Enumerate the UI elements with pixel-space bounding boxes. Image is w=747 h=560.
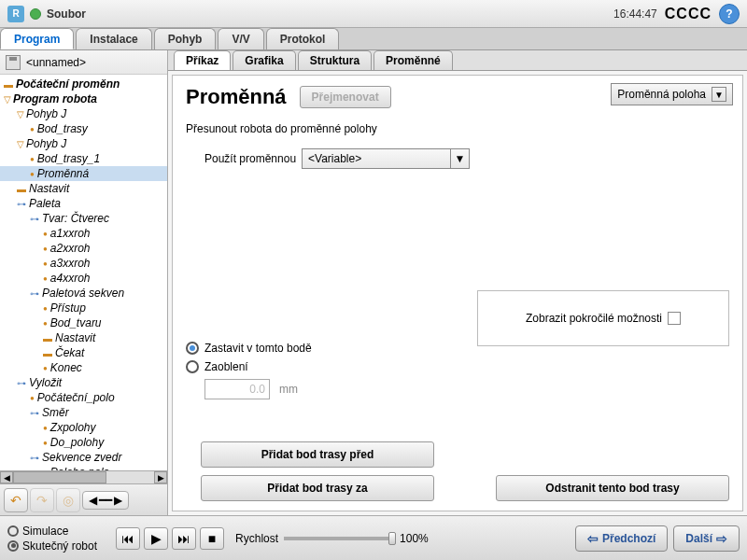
simulation-label: Simulace [22, 525, 68, 538]
tree-node[interactable]: ●a3xxroh [0, 256, 167, 271]
add-before-button[interactable]: Přidat bod trasy před [201, 441, 434, 468]
dot-icon: ● [30, 125, 35, 133]
radio-stop[interactable] [186, 342, 199, 355]
tab-program[interactable]: Program [0, 28, 74, 49]
tree-node[interactable]: ●Bod_trasy_1 [0, 151, 167, 166]
subtab-struktura[interactable]: Struktura [298, 50, 372, 70]
dash-icon: ▬ [43, 333, 52, 343]
tree-node[interactable]: ●Do_polohy [0, 435, 167, 450]
next-button[interactable]: Další ⇨ [673, 525, 740, 552]
rewind-button[interactable]: ⏮ [116, 527, 140, 550]
chevron-down-icon[interactable]: ▼ [712, 87, 726, 102]
tree-node-label: Čekat [55, 346, 84, 359]
file-name: <unnamed> [26, 56, 86, 69]
radio-stop-label: Zastavit v tomto bodě [204, 342, 312, 355]
tree-node[interactable]: ●Bod_trasy [0, 121, 167, 136]
tree-node[interactable]: ●a4xxroh [0, 271, 167, 286]
tree-node[interactable]: ▽Pohyb J [0, 136, 167, 151]
status-dot-icon [30, 8, 41, 20]
type-selector[interactable]: Proměnná poloha ▼ [611, 83, 733, 105]
tree-node[interactable]: ●Počáteční_polo [0, 390, 167, 405]
dot-icon: ● [43, 230, 48, 238]
tree-node[interactable]: ●a2xxroh [0, 241, 167, 256]
tree-nav-row: ↶ ↷ ◎ ◀ ━━ ▶ [0, 483, 167, 515]
rename-button[interactable]: Přejmenovat [300, 86, 391, 108]
tree-node-label: Bod_tvaru [50, 316, 102, 329]
tree-hscroll[interactable]: ◀ ▶ [0, 470, 167, 483]
menu-file[interactable]: Soubor [47, 7, 86, 21]
tab-vv[interactable]: V/V [218, 28, 263, 49]
tree-node[interactable]: ▬Počáteční proměnn [0, 77, 167, 91]
forward-button[interactable]: ⏭ [172, 527, 196, 550]
dot-icon: ● [43, 319, 48, 328]
tab-instalace[interactable]: Instalace [76, 28, 151, 49]
tree-node[interactable]: ▬Čekat [0, 345, 167, 360]
program-tree[interactable]: ▬Počáteční proměnn▽Program robota▽Pohyb … [0, 75, 167, 470]
tree-node-label: Počáteční_polo [37, 391, 115, 404]
add-after-button[interactable]: Přidat bod trasy za [201, 475, 434, 501]
tree-node[interactable]: ⊶Vyložit [0, 375, 167, 390]
tree-node[interactable]: ●Konec [0, 360, 167, 375]
clock: 16:44:47 [613, 7, 657, 21]
blend-input[interactable] [204, 379, 270, 399]
step-prev-icon[interactable]: ◀ [89, 494, 97, 507]
tree-node[interactable]: ●Bod_tvaru [0, 315, 167, 330]
tree-node[interactable]: ▽Program robota [0, 91, 167, 106]
chevron-down-icon[interactable]: ▼ [450, 149, 469, 168]
tree-node[interactable]: ●Zxpolohy [0, 420, 167, 435]
variable-combo[interactable]: <Variable> ▼ [302, 148, 470, 169]
tab-pohyb[interactable]: Pohyb [154, 28, 217, 49]
tree-node[interactable]: ⊶Sekvence zvedr [0, 450, 167, 465]
bottom-bar: Simulace Skutečný robot ⏮ ▶ ⏭ ■ Rychlost… [0, 515, 747, 560]
save-icon[interactable] [6, 55, 21, 70]
speed-slider[interactable] [284, 537, 396, 540]
scroll-thumb[interactable] [13, 471, 106, 483]
tree-node-label: Tvar: Čtverec [42, 212, 109, 225]
advanced-checkbox[interactable] [668, 312, 681, 325]
tree-node[interactable]: ▬Nastavit [0, 330, 167, 345]
top-bar: R Soubor 16:44:47 CCCC ? [0, 0, 747, 28]
undo-button[interactable]: ↶ [4, 488, 28, 512]
step-control[interactable]: ◀ ━━ ▶ [82, 491, 129, 510]
tree-node[interactable]: ●Proměnná [0, 166, 167, 181]
tree-node[interactable]: ▽Pohyb J [0, 106, 167, 121]
tree-node[interactable]: ●a1xxroh [0, 226, 167, 241]
dot-icon: ● [30, 394, 35, 402]
tree-node[interactable]: ⊶Směr [0, 405, 167, 420]
tree-node-label: Pohyb J [26, 107, 66, 120]
scroll-left-icon[interactable]: ◀ [0, 471, 13, 483]
target-button[interactable]: ◎ [56, 488, 80, 512]
link-icon: ⊶ [30, 214, 39, 224]
subtab-promenne[interactable]: Proměnné [374, 50, 453, 70]
tree-node-label: a4xxroh [50, 272, 91, 285]
arrow-left-icon: ⇦ [587, 531, 599, 546]
tab-protokol[interactable]: Protokol [266, 28, 340, 49]
tri-icon: ▽ [4, 94, 11, 105]
stop-button[interactable]: ■ [200, 527, 224, 550]
dot-icon: ● [43, 245, 48, 253]
subtab-grafika[interactable]: Grafika [233, 50, 295, 70]
tree-node-label: Program robota [13, 92, 97, 105]
redo-button[interactable]: ↷ [30, 488, 54, 512]
step-next-icon[interactable]: ▶ [114, 494, 122, 507]
previous-button[interactable]: ⇦ Předchozí [575, 525, 668, 552]
tree-node[interactable]: ⊶Tvar: Čtverec [0, 211, 167, 226]
advanced-label: Zobrazit pokročilé možnosti [526, 312, 662, 325]
left-panel: <unnamed> ▬Počáteční proměnn▽Program rob… [0, 50, 168, 515]
scroll-right-icon[interactable]: ▶ [154, 471, 167, 483]
tree-node[interactable]: ●Přístup [0, 301, 167, 315]
radio-real-robot[interactable] [7, 540, 19, 552]
radio-blend[interactable] [186, 360, 199, 373]
tree-node[interactable]: ⊶Paleta [0, 196, 167, 211]
play-button[interactable]: ▶ [144, 527, 168, 550]
subtab-prikaz[interactable]: Příkaz [174, 50, 231, 70]
radio-simulation[interactable] [7, 525, 19, 537]
help-icon[interactable]: ? [719, 4, 740, 24]
dot-icon: ● [43, 439, 48, 447]
tree-node[interactable]: ⊶Paletová sekven [0, 286, 167, 301]
delete-waypoint-button[interactable]: Odstranit tento bod trasy [496, 475, 729, 501]
dot-icon: ● [43, 424, 48, 432]
tree-node[interactable]: ▬Nastavit [0, 181, 167, 196]
slider-thumb[interactable] [388, 532, 396, 545]
tri-icon: ▽ [17, 139, 24, 149]
